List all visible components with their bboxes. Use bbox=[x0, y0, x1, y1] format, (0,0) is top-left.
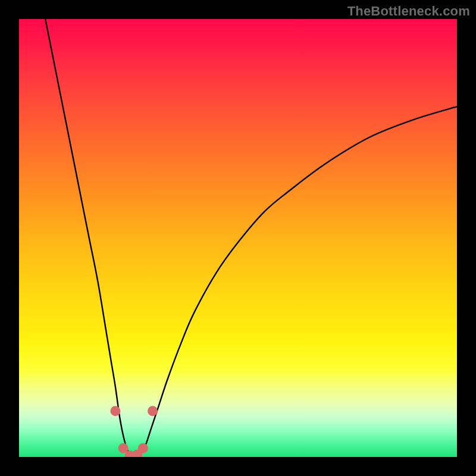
chart-marker bbox=[148, 406, 158, 416]
chart-frame: TheBottleneck.com bbox=[0, 0, 476, 476]
chart-plot-area bbox=[19, 19, 457, 457]
chart-curve bbox=[45, 19, 457, 457]
chart-marker bbox=[138, 443, 148, 453]
chart-svg bbox=[19, 19, 457, 457]
chart-marker bbox=[110, 406, 120, 416]
watermark-text: TheBottleneck.com bbox=[347, 4, 470, 19]
